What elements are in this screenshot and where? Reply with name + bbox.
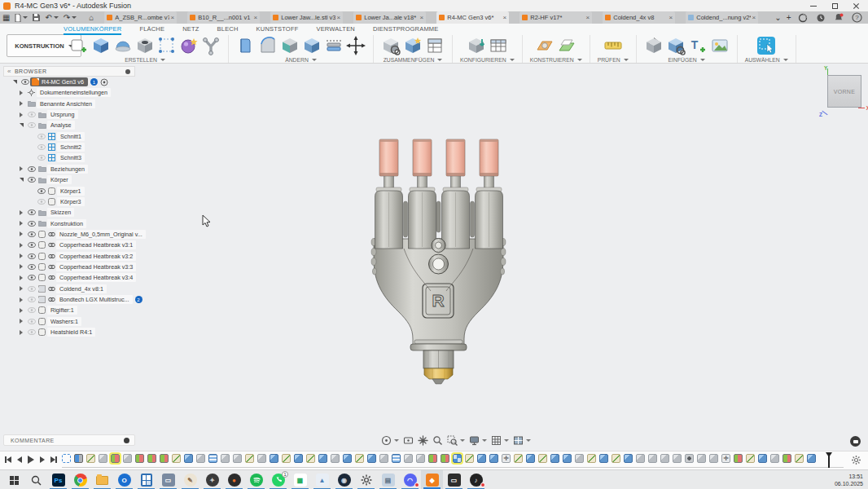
document-tab[interactable]: Lower Jaw...le.stl v3 × <box>270 11 343 24</box>
offset-plane-icon[interactable] <box>557 36 576 55</box>
group-label[interactable]: KONFIGURIEREN <box>460 57 515 63</box>
visibility-eye-icon[interactable] <box>26 319 37 324</box>
activate-component-radio-icon[interactable] <box>98 78 111 86</box>
shell-icon[interactable] <box>280 36 300 55</box>
insert-design-icon[interactable] <box>666 36 686 55</box>
timeline-feature-gr[interactable] <box>379 454 388 463</box>
revolve-icon[interactable] <box>113 36 133 55</box>
browser-tree-item[interactable]: Schnitt1 <box>33 131 85 142</box>
timeline-feature-ex[interactable] <box>599 454 608 463</box>
notifications-bell-icon[interactable] <box>834 13 844 23</box>
expand-arrow-icon[interactable] <box>16 286 26 291</box>
selected-root-item[interactable]: R4-MC Gen3 v6 <box>30 77 88 86</box>
timeline-feature-gr[interactable] <box>221 454 230 463</box>
timeline-feature-sk[interactable] <box>245 454 254 463</box>
ribbon-tab-netz[interactable]: NETZ <box>182 25 199 35</box>
visibility-eye-icon[interactable] <box>36 188 46 194</box>
model-viewport[interactable]: « BROWSER R4-MC Gen3 v61Dokumenteneinste… <box>0 64 868 451</box>
undo-icon[interactable]: ↶ <box>45 11 58 24</box>
taskbar-app-game-dark[interactable]: ✦ <box>201 470 223 489</box>
timeline-feature-sk[interactable] <box>465 454 474 463</box>
ribbon-tab-dienstprogramme[interactable]: DIENSTPROGRAMME <box>373 25 439 35</box>
browser-tree-item[interactable]: Copperhead Heatbreak v3:1 <box>16 240 136 250</box>
fit-icon[interactable] <box>447 435 465 446</box>
group-label[interactable]: KONSTRUIEREN <box>530 57 582 63</box>
group-label[interactable]: ÄNDERN <box>285 57 317 63</box>
hotend-3d-model[interactable]: R <box>350 125 529 390</box>
display-settings-icon[interactable] <box>469 435 487 446</box>
step-forward-button[interactable] <box>40 456 45 463</box>
timeline-feature-sk[interactable] <box>172 454 181 463</box>
ribbon-tab-verwalten[interactable]: VERWALTEN <box>316 25 355 35</box>
config-table-icon[interactable] <box>489 36 508 55</box>
browser-gear-icon[interactable] <box>125 69 130 74</box>
taskbar-app-paint-tool[interactable]: ✎ <box>179 470 201 489</box>
timeline-feature-gr[interactable] <box>123 454 132 463</box>
bom-table-icon[interactable] <box>425 36 445 55</box>
group-label[interactable]: PRÜFEN <box>598 57 629 63</box>
timeline-feature-gr[interactable] <box>233 454 242 463</box>
timeline-feature-ex[interactable] <box>477 454 486 463</box>
taskbar-app-video-dark[interactable]: ▭ <box>443 470 465 489</box>
timeline-feature-gr[interactable] <box>697 454 706 463</box>
ribbon-tab-kunststoff[interactable]: KUNSTSTOFF <box>256 25 299 35</box>
visibility-eye-icon[interactable] <box>36 144 46 150</box>
visibility-eye-icon[interactable] <box>26 122 37 128</box>
timeline-feature-st[interactable] <box>208 454 217 463</box>
expand-arrow-icon[interactable] <box>16 243 26 248</box>
visibility-eye-icon[interactable] <box>20 79 30 85</box>
combine-icon[interactable] <box>302 36 322 55</box>
comment-bubble-icon[interactable] <box>850 436 861 447</box>
browser-tree-item[interactable]: Schnitt3 <box>33 152 85 163</box>
visibility-eye-icon[interactable] <box>36 134 46 139</box>
pipe-icon[interactable] <box>201 36 221 55</box>
browser-collapse-icon[interactable]: « <box>7 68 11 75</box>
zoom-icon[interactable] <box>432 435 443 446</box>
fillet-icon[interactable] <box>258 36 278 55</box>
expand-arrow-icon[interactable] <box>16 253 26 258</box>
expand-arrow-icon[interactable] <box>16 90 26 95</box>
visibility-eye-icon[interactable] <box>26 221 37 227</box>
timeline-feature-pt[interactable] <box>453 454 462 463</box>
expand-arrow-icon[interactable] <box>16 231 26 236</box>
timeline-feature-ex[interactable] <box>294 454 303 463</box>
extensions-icon[interactable] <box>798 13 808 23</box>
split-body-icon[interactable] <box>324 36 344 55</box>
timeline-feature-sk[interactable] <box>355 454 364 463</box>
ribbon-tab-blech[interactable]: BLECH <box>217 25 239 35</box>
new-tab-plus-icon[interactable]: + <box>787 11 791 24</box>
visibility-eye-icon[interactable] <box>36 199 46 205</box>
tab-close-icon[interactable]: × <box>337 14 341 21</box>
visibility-eye-icon[interactable] <box>26 253 37 259</box>
taskbar-app-file-explorer[interactable] <box>91 470 113 489</box>
browser-tree-item[interactable]: Ursprung <box>16 109 78 120</box>
timeline-feature-ex[interactable] <box>563 454 572 463</box>
browser-tree-item[interactable]: Körper3 <box>33 196 85 207</box>
maximize-button[interactable] <box>826 0 844 11</box>
visibility-eye-icon[interactable] <box>26 264 37 270</box>
timeline-feature-jt[interactable] <box>734 454 743 463</box>
timeline-feature-jt[interactable] <box>135 454 144 463</box>
browser-tree-item[interactable]: Heatshield R4:1 <box>16 327 95 337</box>
pattern-points-icon[interactable] <box>157 36 177 55</box>
timeline-feature-ex[interactable] <box>184 454 193 463</box>
timeline-settings-gear-icon[interactable] <box>852 456 861 465</box>
file-menu-icon[interactable] <box>15 14 28 22</box>
skip-to-start-button[interactable] <box>5 456 11 463</box>
timeline-feature-gr[interactable] <box>660 454 669 463</box>
tab-close-icon[interactable]: × <box>171 14 175 21</box>
expand-arrow-icon[interactable] <box>16 166 26 171</box>
expand-arrow-icon[interactable] <box>16 221 26 226</box>
timeline-feature-mv[interactable] <box>502 454 511 463</box>
look-at-icon[interactable] <box>403 435 414 446</box>
tab-close-icon[interactable]: × <box>420 14 424 21</box>
taskbar-app-spotify[interactable] <box>245 470 267 489</box>
move-icon[interactable] <box>346 36 366 55</box>
tab-close-icon[interactable]: × <box>752 14 756 21</box>
create-sketch-icon[interactable] <box>69 36 89 55</box>
comments-panel[interactable]: KOMMENTARE <box>3 434 135 446</box>
browser-tree-item[interactable]: Copperhead Heatbreak v3:3 <box>16 262 136 272</box>
browser-tree-item[interactable]: Rigifter:1 <box>16 305 77 315</box>
visibility-eye-icon[interactable] <box>26 177 37 183</box>
timeline-feature-gr[interactable] <box>575 454 584 463</box>
